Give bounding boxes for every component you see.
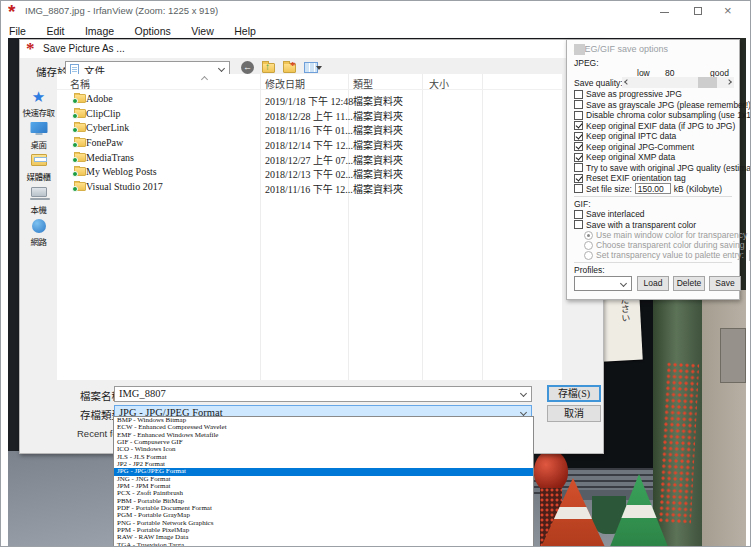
save-button[interactable]: 存檔(S) (547, 385, 601, 402)
radio-label: Use main window color for transparency (596, 230, 747, 240)
menu-edit[interactable]: Edit (38, 23, 72, 37)
profiles-row: Load Delete Save (574, 275, 732, 293)
panel-title-bar[interactable]: JPEG/GIF save options (567, 40, 739, 56)
sidebar-item-desktop[interactable]: 桌面 (20, 122, 57, 152)
menu-help[interactable]: Help (226, 23, 264, 37)
minimize-button[interactable] (651, 1, 680, 21)
gif-radios: Use main window color for transparencyCh… (574, 230, 732, 260)
filename-input[interactable]: IMG_8807 (114, 386, 532, 402)
format-option[interactable]: JLS - JLS Format (114, 454, 533, 461)
slider-left-arrow-icon[interactable] (624, 79, 630, 85)
sync-badge-icon (72, 171, 78, 177)
photo-concrete-wall (702, 288, 746, 547)
photo-pavement-left (8, 451, 124, 547)
checkbox-row[interactable]: Keep original JPG-Comment (574, 142, 732, 153)
format-option[interactable]: JNG - JNG Format (114, 476, 533, 483)
column-header-name[interactable]: 名稱 (70, 76, 90, 91)
file-name-cell: ClipClip (70, 108, 120, 119)
radio-row[interactable]: Set transparency value to palette entry:… (574, 250, 732, 260)
dialog-title: Save Picture As ... (43, 43, 125, 54)
checkbox[interactable] (574, 153, 583, 162)
format-option[interactable]: JPG - JPG/JPEG Format (114, 468, 533, 475)
profiles-combobox[interactable] (574, 276, 632, 291)
checkbox[interactable] (574, 121, 583, 130)
slider-thumb[interactable] (698, 77, 717, 88)
cancel-button[interactable]: 取消 (547, 405, 601, 422)
radio-row[interactable]: Choose transparent color during saving (574, 240, 732, 250)
checkbox[interactable] (574, 163, 583, 172)
radio-row[interactable]: Use main window color for transparency (574, 230, 732, 240)
slider-right-arrow-icon[interactable] (726, 79, 732, 85)
sidebar-item-this-pc[interactable]: 本機 (20, 187, 57, 217)
file-name-cell: MediaTrans (70, 152, 134, 163)
column-header-type[interactable]: 類型 (353, 76, 373, 91)
checkbox-row[interactable]: Keep original EXIF data (if JPG to JPG) (574, 121, 732, 132)
checkbox-label: Save interlaced (586, 209, 645, 219)
file-size-row[interactable]: Set file size: 150.00 kB (Kilobyte) (574, 184, 732, 195)
radio-button[interactable] (584, 241, 593, 250)
menu-view[interactable]: View (183, 23, 222, 37)
checkbox-label: Try to save with original JPG quality (e… (586, 163, 751, 173)
profile-save-button[interactable]: Save (709, 276, 741, 291)
format-option[interactable]: ICO - Windows Icon (114, 446, 533, 453)
checkbox[interactable] (574, 90, 583, 99)
checkbox-row[interactable]: Save with a transparent color (574, 220, 732, 231)
checkbox-row[interactable]: Disable chroma color subsampling (use 1x… (574, 110, 732, 121)
checkbox[interactable] (574, 111, 583, 120)
radio-label: Choose transparent color during saving (596, 240, 744, 250)
profile-load-button[interactable]: Load (637, 276, 669, 291)
checkbox-row[interactable]: Save interlaced (574, 209, 732, 220)
menu-options[interactable]: Options (127, 23, 179, 37)
file-row[interactable]: FonePaw2018/12/14 下午 12...檔案資料夾 (57, 136, 562, 151)
checkbox-label: Reset EXIF orientation tag (586, 173, 686, 183)
chevron-down-icon (620, 280, 627, 287)
checkbox-label: Keep original EXIF data (if JPG to JPG) (586, 121, 735, 131)
checkbox[interactable] (574, 220, 583, 229)
jpeg-checks: Save as progressive JPGSave as grayscale… (574, 89, 732, 184)
file-row[interactable]: My Weblog Posts2018/12/13 下午 02...檔案資料夾 (57, 165, 562, 180)
format-option[interactable]: TGA - Truevision Targa (114, 542, 533, 547)
checkbox-row[interactable]: Save as grayscale JPG (please remember!) (574, 100, 732, 111)
file-name-cell: Visual Studio 2017 (70, 181, 163, 192)
column-header-date[interactable]: 修改日期 (265, 76, 305, 91)
file-row[interactable]: Adobe2019/1/18 下午 12:48檔案資料夾 (57, 92, 562, 107)
dialog-title-bar[interactable]: * Save Picture As ... (20, 40, 603, 58)
format-option[interactable]: GIF - Compuserve GIF (114, 439, 533, 446)
file-size-input[interactable]: 150.00 (635, 183, 671, 194)
sort-ascending-icon (201, 76, 208, 83)
checkbox-row[interactable]: Save as progressive JPG (574, 89, 732, 100)
file-date-cell: 2018/11/16 下午 12... (265, 181, 353, 196)
column-header-size[interactable]: 大小 (429, 76, 449, 91)
checkbox[interactable] (574, 132, 583, 141)
panel-close-icon[interactable] (574, 44, 585, 55)
checkbox[interactable] (574, 100, 583, 109)
checkbox-row[interactable]: Keep original XMP data (574, 152, 732, 163)
checkbox-row[interactable]: Try to save with original JPG quality (e… (574, 163, 732, 174)
sync-badge-icon (72, 98, 78, 104)
checkbox-row[interactable]: Reset EXIF orientation tag (574, 173, 732, 184)
quality-slider[interactable] (622, 77, 734, 88)
maximize-button[interactable] (685, 1, 714, 21)
libraries-icon (31, 154, 47, 166)
menu-file[interactable]: File (1, 23, 34, 37)
file-row[interactable]: CyberLink2018/11/16 下午 01...檔案資料夾 (57, 121, 562, 136)
sidebar-item-network[interactable]: 網路 (20, 219, 57, 249)
format-dropdown-list: BMP - Windows BitmapECW - Enhanced Compr… (113, 416, 534, 547)
file-row[interactable]: ClipClip2018/12/28 上午 11...檔案資料夾 (57, 107, 562, 122)
checkbox-row[interactable]: Keep original IPTC data (574, 131, 732, 142)
radio-button[interactable] (584, 251, 593, 260)
sidebar-item-quick-access[interactable]: ★ 快速存取 (20, 90, 57, 120)
checkbox[interactable] (574, 174, 583, 183)
close-button[interactable]: × (717, 1, 746, 21)
checkbox[interactable] (574, 210, 583, 219)
set-file-size-checkbox[interactable] (574, 184, 583, 193)
jpeg-section-label: JPEG: (574, 58, 732, 68)
checkbox[interactable] (574, 142, 583, 151)
file-row[interactable]: Visual Studio 20172018/11/16 下午 12...檔案資… (57, 180, 562, 195)
file-row[interactable]: MediaTrans2018/12/27 上午 07...檔案資料夾 (57, 151, 562, 166)
sidebar-item-libraries[interactable]: 媒體櫃 (20, 154, 57, 184)
file-type-cell: 檔案資料夾 (353, 181, 403, 196)
profile-delete-button[interactable]: Delete (673, 276, 705, 291)
menu-image[interactable]: Image (77, 23, 122, 37)
radio-button[interactable] (584, 231, 593, 240)
